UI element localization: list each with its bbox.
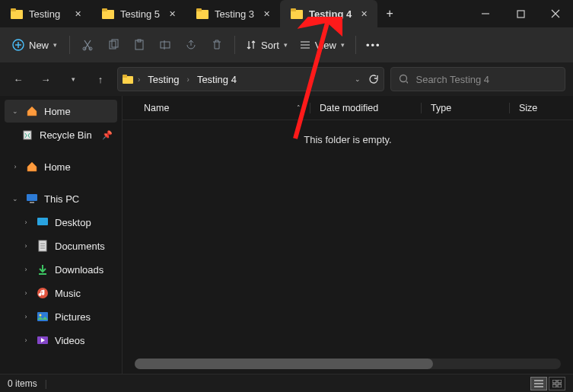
refresh-button[interactable] — [368, 74, 379, 84]
svg-rect-37 — [558, 380, 562, 383]
column-header-size[interactable]: Size — [509, 103, 555, 113]
home-icon — [26, 161, 38, 173]
sidebar-label: Music — [55, 288, 81, 299]
view-button[interactable]: View ▾ — [294, 32, 351, 58]
close-button[interactable] — [538, 0, 573, 27]
address-bar[interactable]: › Testing › Testing 4 ⌄ — [117, 67, 384, 91]
svg-rect-21 — [27, 194, 37, 201]
paste-icon — [133, 39, 145, 51]
search-box[interactable] — [390, 67, 565, 91]
search-icon — [399, 74, 408, 84]
sidebar-item-pictures[interactable]: › Pictures — [5, 305, 117, 328]
sort-button[interactable]: Sort ▾ — [240, 32, 294, 58]
sidebar-label: Pictures — [55, 311, 91, 323]
chevron-right-icon: › — [21, 313, 30, 320]
chevron-down-icon[interactable]: ⌄ — [355, 75, 361, 83]
tab-testing[interactable]: Testing ✕ — [0, 0, 91, 27]
svg-point-31 — [40, 314, 42, 317]
cut-icon — [81, 39, 94, 51]
tab-label: Testing — [29, 8, 60, 20]
svg-rect-20 — [24, 131, 31, 139]
documents-icon — [37, 240, 49, 252]
folder-icon — [11, 8, 23, 19]
search-input[interactable] — [415, 74, 557, 85]
sidebar-item-downloads[interactable]: › Downloads — [5, 258, 117, 281]
folder-icon — [123, 75, 133, 84]
separator — [355, 36, 356, 54]
plus-circle-icon — [12, 39, 24, 51]
sidebar-item-music[interactable]: › Music — [5, 282, 117, 304]
sidebar-label: Recycle Bin — [40, 129, 92, 141]
address-row: ← → ▾ ↑ › Testing › Testing 4 ⌄ — [0, 62, 573, 96]
minimize-button[interactable] — [468, 0, 503, 27]
sidebar-item-videos[interactable]: › Videos — [5, 329, 117, 352]
sidebar-label: Home — [44, 161, 71, 173]
delete-button[interactable] — [204, 32, 230, 58]
refresh-icon — [368, 74, 379, 84]
breadcrumb-segment[interactable]: Testing 4 — [194, 74, 240, 85]
sidebar-label: Desktop — [55, 217, 91, 228]
tab-testing5[interactable]: Testing 5 ✕ — [91, 0, 186, 27]
sidebar-label: Documents — [55, 241, 105, 252]
tab-label: Testing 3 — [215, 8, 254, 20]
share-icon — [185, 39, 197, 51]
cut-button[interactable] — [75, 32, 100, 58]
back-button[interactable]: ← — [8, 69, 29, 90]
svg-rect-23 — [37, 218, 48, 225]
sidebar-item-documents[interactable]: › Documents — [5, 234, 117, 257]
navigation-pane: ⌄ Home Recycle Bin 📌 › Home ⌄ This PC › … — [0, 96, 122, 374]
sidebar-item-home2[interactable]: › Home — [5, 155, 117, 178]
new-tab-button[interactable]: + — [377, 0, 402, 27]
share-button[interactable] — [178, 32, 204, 58]
chevron-right-icon: › — [21, 218, 30, 226]
forward-button[interactable]: → — [35, 69, 56, 90]
music-icon — [37, 287, 49, 299]
svg-point-18 — [400, 75, 407, 82]
sort-asc-icon: ˄ — [297, 104, 301, 112]
column-header-type[interactable]: Type — [421, 103, 509, 113]
column-header-date[interactable]: Date modified — [310, 103, 421, 113]
window-controls — [468, 0, 573, 27]
status-bar: 0 items | — [0, 374, 573, 392]
new-button[interactable]: New ▾ — [5, 32, 65, 58]
view-icon — [300, 40, 310, 50]
close-icon[interactable]: ✕ — [166, 8, 178, 20]
tab-testing4[interactable]: Testing 4 ✕ — [280, 0, 377, 27]
chevron-down-icon: ▾ — [53, 41, 57, 49]
folder-icon — [196, 8, 209, 19]
sidebar-item-this-pc[interactable]: ⌄ This PC — [5, 187, 117, 210]
column-headers: Name ˄ Date modified Type Size — [123, 96, 573, 120]
chevron-right-icon: › — [21, 336, 30, 344]
breadcrumb-segment[interactable]: Testing — [145, 74, 182, 85]
copy-button[interactable] — [100, 32, 126, 58]
ellipsis-icon: ••• — [366, 40, 381, 51]
sidebar-label: Videos — [55, 335, 85, 346]
pin-icon: 📌 — [102, 130, 113, 140]
svg-line-19 — [406, 81, 408, 84]
paste-button[interactable] — [126, 32, 152, 58]
close-icon[interactable]: ✕ — [260, 8, 272, 20]
videos-icon — [37, 334, 49, 346]
recent-button[interactable]: ▾ — [62, 69, 84, 90]
more-button[interactable]: ••• — [361, 32, 387, 58]
folder-icon — [102, 8, 114, 19]
horizontal-scrollbar[interactable] — [135, 359, 561, 369]
tab-testing3[interactable]: Testing 3 ✕ — [186, 0, 280, 27]
sidebar-item-recycle-bin[interactable]: Recycle Bin 📌 — [5, 123, 117, 146]
view-label: View — [315, 40, 336, 51]
thumbnails-view-button[interactable] — [549, 377, 565, 390]
list-icon — [534, 380, 543, 387]
up-button[interactable]: ↑ — [90, 69, 111, 90]
maximize-button[interactable] — [503, 0, 538, 27]
close-icon[interactable]: ✕ — [72, 8, 84, 20]
column-header-name[interactable]: Name ˄ — [123, 103, 310, 113]
close-icon[interactable]: ✕ — [358, 8, 370, 20]
sidebar-item-home[interactable]: ⌄ Home — [5, 100, 117, 123]
details-view-button[interactable] — [530, 377, 547, 390]
file-list-pane: Name ˄ Date modified Type Size This fold… — [122, 96, 573, 374]
sidebar-label: This PC — [44, 193, 79, 205]
recycle-bin-icon — [21, 129, 33, 141]
rename-button[interactable] — [152, 32, 178, 58]
chevron-down-icon: ▾ — [72, 75, 75, 83]
sidebar-item-desktop[interactable]: › Desktop — [5, 211, 117, 234]
